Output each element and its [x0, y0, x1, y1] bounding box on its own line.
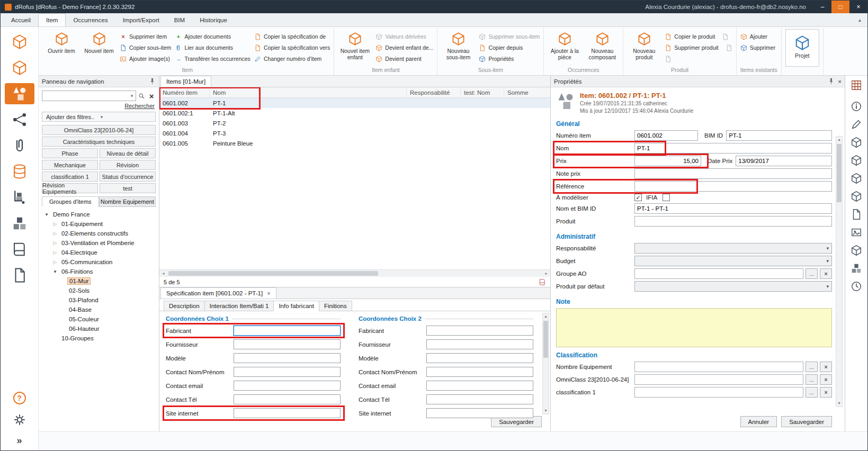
delete-product-badge-icon[interactable]: [726, 44, 732, 51]
close-icon[interactable]: ×: [267, 290, 270, 296]
delete-product-button[interactable]: Supprimer produit: [665, 43, 732, 52]
copy-subitem-button[interactable]: Copier sous-item: [120, 43, 171, 52]
tree-node-03-plafond[interactable]: 03-Plafond: [42, 295, 156, 305]
scroll-up-icon[interactable]: ▴: [544, 313, 547, 320]
tab-nombre-equipement[interactable]: Nombre Equipement: [99, 196, 156, 207]
tab-item[interactable]: Item: [38, 13, 66, 26]
settings-gear-icon[interactable]: [5, 409, 34, 430]
room-data-module-icon[interactable]: [5, 57, 34, 78]
images-icon[interactable]: [850, 226, 863, 239]
attachments-module-icon[interactable]: [5, 135, 34, 156]
add-images-button[interactable]: Ajouter image(s): [120, 55, 171, 63]
history-clock-icon[interactable]: [850, 279, 863, 293]
tree-node-04-base[interactable]: 04-Base: [42, 305, 156, 314]
numero-item-input[interactable]: [634, 130, 698, 141]
tab-accueil[interactable]: Accueil: [4, 13, 38, 26]
site-internet-input-2[interactable]: [426, 408, 533, 418]
scroll-down-icon[interactable]: ▾: [544, 408, 547, 414]
filter-revision-equipements[interactable]: Révision Equipements: [42, 183, 98, 193]
tree-node-04-electrique[interactable]: ▷ 04-Electrique: [42, 248, 156, 257]
tree-node-05-communication[interactable]: ▷ 05-Communication: [42, 257, 156, 267]
copy-product-badge-icon[interactable]: [722, 33, 729, 40]
collapse-ribbon-icon[interactable]: ▴: [858, 17, 861, 23]
clear-search-button[interactable]: ×: [148, 91, 156, 101]
pin-icon[interactable]: [828, 78, 835, 85]
filter-mechanique[interactable]: Mechanique: [42, 160, 98, 170]
prix-input[interactable]: [634, 156, 701, 166]
column-header-numero[interactable]: Numéro item: [159, 87, 210, 97]
add-documents-button[interactable]: + Ajouter documents: [175, 32, 250, 41]
subitem-properties-button[interactable]: Propriétés: [479, 55, 540, 63]
new-product-button[interactable]: Nouveau produit: [627, 29, 661, 67]
filter-caracteristiques[interactable]: Caractéristiques techniques: [42, 137, 156, 147]
tree-node-10-groupes[interactable]: 10-Groupes: [42, 333, 156, 343]
modele-input-1[interactable]: [234, 353, 341, 363]
scroll-up-icon[interactable]: ▴: [838, 137, 840, 143]
rooms-module-icon[interactable]: [5, 31, 34, 52]
transfer-occurrences-button[interactable]: → Transférer les occurrences: [175, 55, 250, 63]
tab-info-fabricant[interactable]: Info fabricant: [273, 301, 319, 311]
tree-node-01-mur[interactable]: 01-Mur: [42, 276, 156, 286]
pin-icon[interactable]: [149, 78, 156, 85]
spec-edit-icon[interactable]: [850, 118, 863, 131]
tab-occurrences[interactable]: Occurrences: [66, 13, 115, 26]
note-textarea[interactable]: [556, 308, 832, 347]
groupe-ao-browse-button[interactable]: ...: [806, 268, 818, 279]
tree-collapsed-icon[interactable]: ▷: [52, 250, 58, 255]
omniclass-clear-button[interactable]: ×: [820, 374, 832, 385]
projet-button[interactable]: Projet: [785, 29, 819, 67]
copy-from-button[interactable]: Copier depuis: [479, 43, 540, 52]
cancel-button[interactable]: Annuler: [740, 416, 777, 427]
minimize-button[interactable]: –: [813, 1, 831, 13]
tree-expanded-icon[interactable]: ▾: [52, 269, 58, 274]
contact-email-input-2[interactable]: [426, 381, 533, 391]
new-component-button[interactable]: Nouveau composant: [585, 29, 619, 67]
change-item-number-button[interactable]: Changer numéro d'item: [254, 55, 330, 63]
contact-tel-input-2[interactable]: [426, 394, 533, 404]
filter-phase[interactable]: Phase: [42, 148, 98, 158]
close-icon[interactable]: ×: [838, 78, 842, 85]
responsabilite-select[interactable]: ▾: [634, 243, 832, 254]
tree-node-01-equipement[interactable]: ▷ 01-Equipement: [42, 219, 156, 229]
items-tab[interactable]: Items [01-Mur]: [160, 76, 211, 87]
new-child-item-button[interactable]: Nouvel item enfant: [338, 29, 372, 67]
tree-collapsed-icon[interactable]: ▷: [52, 259, 58, 265]
tab-interaction-item-bati[interactable]: Interaction Item/Bati 1: [204, 301, 274, 311]
column-header-test-nom[interactable]: test: Nom: [461, 87, 504, 97]
book-icon[interactable]: [539, 278, 546, 286]
filter-revision[interactable]: Révision: [100, 160, 156, 170]
table-row[interactable]: 0601.005 Peinture Bleue: [159, 138, 550, 148]
nom-bim-id-input[interactable]: [634, 203, 832, 214]
filter-test[interactable]: test: [100, 183, 156, 193]
derived-cube-icon[interactable]: [850, 243, 863, 257]
reference-input[interactable]: [634, 181, 832, 192]
contact-tel-input-1[interactable]: [234, 394, 341, 404]
scroll-down-icon[interactable]: ▾: [838, 400, 840, 407]
nombre-equipement-clear-button[interactable]: ×: [820, 362, 832, 372]
contact-nom-input-2[interactable]: [426, 367, 533, 377]
tab-groupes-items[interactable]: Groupes d'items: [42, 196, 99, 207]
product-extra-button[interactable]: [665, 55, 732, 63]
tab-historique[interactable]: Historique: [192, 13, 235, 26]
tree-node-02-sols[interactable]: 02-Sols: [42, 286, 156, 295]
copy-product-button[interactable]: Copier le produit: [665, 32, 732, 41]
contact-email-input-1[interactable]: [234, 381, 341, 391]
link-documents-button[interactable]: Lier aux documents: [175, 43, 250, 52]
tab-import-export[interactable]: Import/Export: [115, 13, 167, 26]
note-prix-input[interactable]: [634, 168, 832, 179]
close-button[interactable]: ×: [849, 1, 867, 13]
scrollbar-thumb[interactable]: [543, 321, 548, 358]
groupe-ao-clear-button[interactable]: ×: [820, 268, 832, 279]
table-row[interactable]: 0601.004 PT-3: [159, 128, 550, 138]
tab-bim[interactable]: BIM: [167, 13, 192, 26]
tree-node-demo-france[interactable]: ▾ Demo France: [42, 210, 156, 219]
nombre-equipement-input[interactable]: [634, 362, 803, 372]
fournisseur-input-1[interactable]: [234, 339, 341, 349]
new-item-button[interactable]: Nouvel item: [82, 29, 116, 67]
documents-icon[interactable]: [850, 208, 863, 221]
product-cube-icon[interactable]: [850, 136, 863, 149]
tree-node-06-finitions[interactable]: ▾ 06-Finitions: [42, 267, 156, 276]
tree-node-03-ventilation[interactable]: ▷ 03-Ventilation et Plomberie: [42, 238, 156, 248]
save-button[interactable]: Sauvegarder: [781, 416, 832, 427]
scroll-left-icon[interactable]: ◂: [159, 271, 167, 276]
